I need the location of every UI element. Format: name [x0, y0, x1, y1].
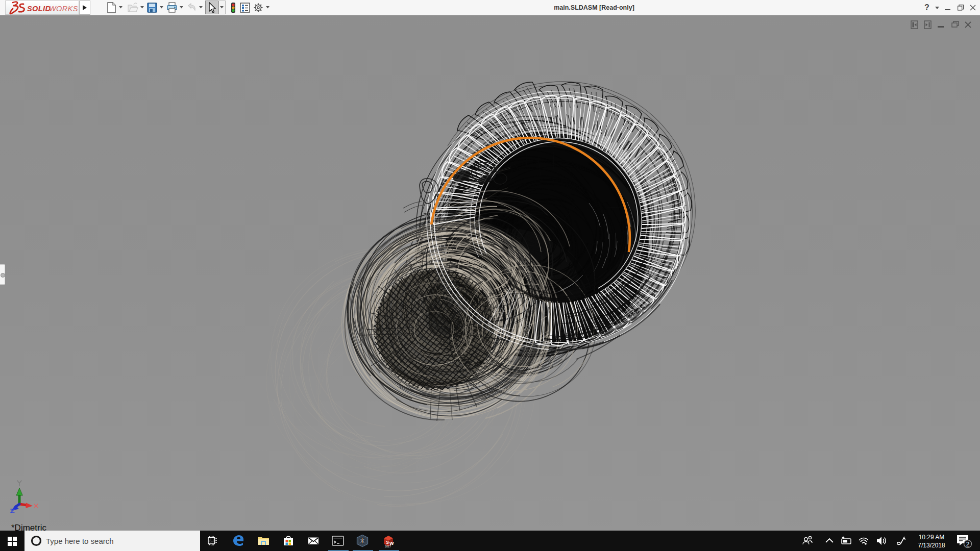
svg-text:2017: 2017	[385, 545, 391, 548]
svg-text:WORKS: WORKS	[49, 5, 78, 13]
svg-text:SOLID: SOLID	[27, 5, 51, 13]
svg-text:S: S	[386, 540, 389, 545]
svg-text:2: 2	[966, 541, 970, 548]
